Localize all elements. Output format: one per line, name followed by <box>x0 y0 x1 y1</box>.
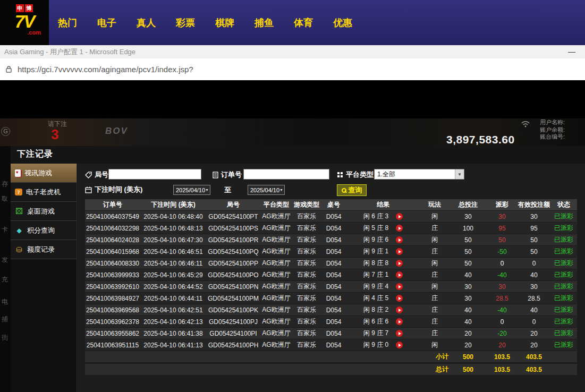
nav-item[interactable]: 棋牌 <box>215 16 234 29</box>
cell: 庄 <box>420 305 450 314</box>
cell: 庄 <box>420 270 450 279</box>
result-text: 闲 6 庄 3 <box>363 212 388 221</box>
replay-button[interactable] <box>396 342 403 348</box>
cell: 250410063951115 <box>85 342 140 349</box>
replay-button[interactable] <box>396 213 403 220</box>
round-no-input[interactable] <box>108 169 201 180</box>
order-no-label: 订单号 <box>213 170 242 180</box>
edge-glyph: 发 <box>2 255 8 265</box>
cell: 百家乐 <box>292 305 321 314</box>
platform-type-select[interactable]: 1.全部 ▼ <box>374 169 464 180</box>
cell: 庄 <box>420 224 450 233</box>
cards-icon <box>15 169 21 177</box>
cell: AG欧洲厅 <box>260 294 292 303</box>
cell: 2025-04-10 06:48:13 <box>140 225 206 232</box>
cell: D054 <box>321 283 346 291</box>
column-header: 游戏类型 <box>292 200 321 209</box>
countdown-timer: 3 <box>51 126 58 143</box>
cell: AG欧洲厅 <box>260 247 292 256</box>
platform-type-value: 1.全部 <box>375 170 455 179</box>
cell: D054 <box>321 260 346 267</box>
status-badge: 已派彩 <box>550 305 577 314</box>
nav-item[interactable]: 捕鱼 <box>255 16 274 29</box>
cell: 100 <box>450 225 487 232</box>
nav-item[interactable]: 热门 <box>58 16 77 29</box>
cell: 百家乐 <box>292 294 321 303</box>
sidebar-item-points-query[interactable]: 积分查询 <box>11 221 77 240</box>
edge-glyph: 街 <box>2 333 8 342</box>
replay-button[interactable] <box>396 260 403 267</box>
chevron-down-icon: ▼ <box>205 188 209 192</box>
cell: 闲 <box>420 259 450 268</box>
nav-item[interactable]: 彩票 <box>176 16 195 29</box>
nav-item[interactable]: 真人 <box>137 16 156 29</box>
cell: 250410063992610 <box>85 283 140 291</box>
column-header: 玩法 <box>420 200 450 209</box>
sidebar-item-video-games[interactable]: 视讯游戏 <box>11 164 77 183</box>
url-bar[interactable]: https://gci.7vvvvvv.com/agingame/pcv1/in… <box>0 58 585 80</box>
cell: GD054254100PN <box>206 283 260 291</box>
date-from-select[interactable]: 2025/04/10 ▼ <box>173 185 210 195</box>
cell: D054 <box>321 271 346 279</box>
replay-button[interactable] <box>396 225 403 232</box>
left-edge-strip: 存取卡发充电捕街 <box>0 146 11 392</box>
status-badge: 已派彩 <box>550 247 577 256</box>
edge-glyph: 充 <box>2 275 8 284</box>
result-text: 闲 8 庄 2 <box>363 305 388 314</box>
cell: 20 <box>518 330 550 337</box>
replay-button[interactable] <box>396 236 403 243</box>
cell: 30 <box>450 295 487 302</box>
bet-time-label: 下注时间 (美东) <box>85 185 142 194</box>
cell: 闲 <box>420 235 450 244</box>
nav-item[interactable]: 优惠 <box>333 16 352 29</box>
window-title: Asia Gaming - 用户配置 1 - Microsoft Edge <box>4 48 135 56</box>
replay-button[interactable] <box>396 295 403 302</box>
cell: 庄 <box>420 294 450 303</box>
cell: 20 <box>450 342 487 349</box>
cell: 2025-04-10 06:48:40 <box>140 213 206 220</box>
cell: 50 <box>450 260 487 267</box>
payout-cell: 0 <box>487 318 518 326</box>
cell: AG欧洲厅 <box>260 329 292 338</box>
sidebar-item-quota-records[interactable]: 额度记录 <box>11 240 77 259</box>
table-row: 2504100640240282025-04-10 06:47:30GD0542… <box>85 234 577 246</box>
sidebar-item-label: 电子老虎机 <box>26 188 61 197</box>
replay-button[interactable] <box>396 283 403 290</box>
window-titlebar: Asia Gaming - 用户配置 1 - Microsoft Edge — <box>0 45 585 58</box>
order-no-input[interactable] <box>243 169 329 180</box>
brand-logo[interactable]: 申 博 7V .com <box>0 0 49 45</box>
cell: 2025-04-10 06:46:51 <box>140 248 206 255</box>
search-button[interactable]: 查询 <box>337 184 367 196</box>
cell: GD054254100PO <box>206 271 260 279</box>
nav-item[interactable]: 电子 <box>97 16 116 29</box>
cell: 40 <box>450 318 487 326</box>
cell: GD054254100PK <box>206 306 260 314</box>
cell: 500 <box>450 366 487 373</box>
replay-button[interactable] <box>396 330 403 337</box>
replay-button[interactable] <box>396 248 403 255</box>
cell: 28.5 <box>518 295 550 302</box>
replay-button[interactable] <box>396 318 403 325</box>
table-row: 2504100639623782025-04-10 06:42:13GD0542… <box>85 316 577 328</box>
replay-button[interactable] <box>396 306 403 313</box>
date-to-select[interactable]: 2025/04/10 ▼ <box>248 185 285 195</box>
table-row: 2504100640375492025-04-10 06:48:40GD0542… <box>85 211 577 223</box>
sidebar-item-table-games[interactable]: 桌面游戏 <box>11 202 77 221</box>
cell: 250410063999933 <box>85 271 140 279</box>
round-no-label: 局号 <box>85 170 108 180</box>
cell: 百家乐 <box>292 259 321 268</box>
minimize-button[interactable]: — <box>568 45 575 58</box>
nav-item[interactable]: 体育 <box>294 16 313 29</box>
payout-cell: 0 <box>487 260 518 267</box>
cell: 50 <box>518 248 550 255</box>
calendar-icon <box>85 186 92 193</box>
cell: 40 <box>518 271 550 279</box>
result-text: 闲 9 庄 1 <box>363 247 388 256</box>
replay-button[interactable] <box>396 271 403 278</box>
top-nav: 申 博 7V .com 热门电子真人彩票棋牌捕鱼体育优惠 <box>0 0 585 45</box>
cell: GD054254100PS <box>206 225 260 232</box>
user-name-label: 用户名称: <box>540 119 565 126</box>
sidebar-item-slots[interactable]: 电子老虎机 <box>11 183 77 202</box>
account-info-labels: 用户名称: 账户余额: 账台编号: <box>540 119 565 141</box>
column-header: 局号 <box>206 200 260 209</box>
